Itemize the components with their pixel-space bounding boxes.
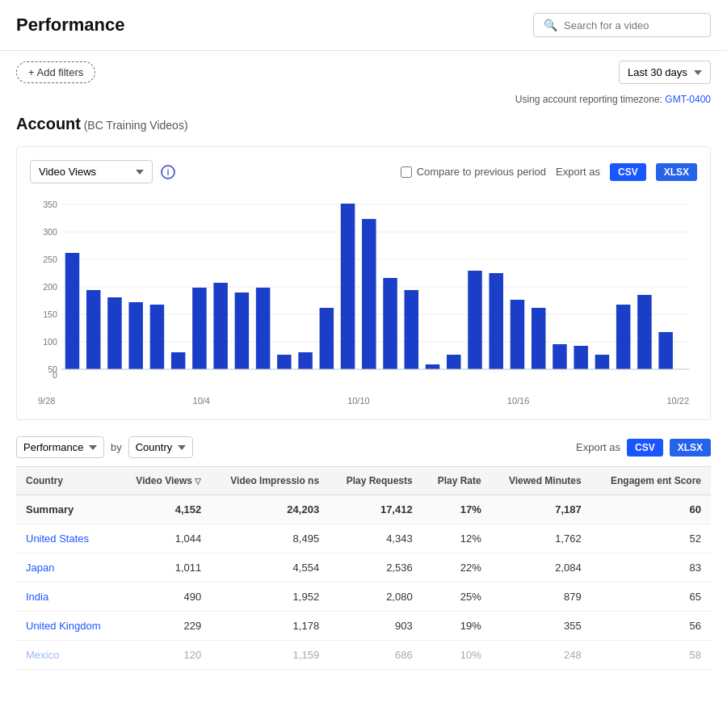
svg-rect-38 xyxy=(553,344,566,369)
us-play-requests: 4,343 xyxy=(329,524,422,553)
svg-rect-33 xyxy=(447,355,460,369)
svg-text:200: 200 xyxy=(43,282,57,292)
svg-rect-19 xyxy=(150,305,164,369)
table-left-controls: Performance Engagement by Country Device… xyxy=(16,436,193,458)
compare-checkbox[interactable] xyxy=(401,166,412,178)
by-label: by xyxy=(111,441,122,453)
account-title: Account xyxy=(16,115,81,133)
svg-rect-41 xyxy=(616,305,630,369)
col-video-views[interactable]: Video Views ▽ xyxy=(119,467,211,495)
in-video-impressions: 1,952 xyxy=(211,583,329,612)
x-label-4: 10/22 xyxy=(666,396,689,406)
in-viewed-minutes: 879 xyxy=(491,583,591,612)
country-link-in[interactable]: India xyxy=(26,591,48,603)
table-export-xlsx-button[interactable]: XLSX xyxy=(670,439,711,457)
info-icon[interactable]: i xyxy=(161,165,175,179)
table-section: Performance Engagement by Country Device… xyxy=(16,436,711,670)
compare-label[interactable]: Compare to previous period xyxy=(401,166,546,178)
table-export-csv-button[interactable]: CSV xyxy=(627,439,663,457)
table-row: United States 1,044 8,495 4,343 12% 1,76… xyxy=(16,524,711,553)
svg-text:350: 350 xyxy=(43,200,57,209)
mx-play-rate: 10% xyxy=(422,641,491,670)
timezone-bar: Using account reporting timezone: GMT-04… xyxy=(0,94,727,112)
data-table: Country Video Views ▽ Video Impressio ns… xyxy=(16,466,711,670)
uk-video-impressions: 1,178 xyxy=(211,612,329,641)
chart-export-xlsx-button[interactable]: XLSX xyxy=(656,163,697,181)
chart-right-controls: Compare to previous period Export as CSV… xyxy=(401,163,697,181)
jp-play-requests: 2,536 xyxy=(329,553,422,583)
uk-play-requests: 903 xyxy=(329,612,422,641)
us-video-impressions: 8,495 xyxy=(211,524,329,553)
summary-engagement-score: 60 xyxy=(591,495,711,524)
svg-text:300: 300 xyxy=(43,227,57,237)
jp-video-impressions: 4,554 xyxy=(211,553,329,583)
x-axis-labels: 9/28 10/4 10/10 10/16 10/22 xyxy=(30,396,697,406)
mx-viewed-minutes: 248 xyxy=(491,641,591,670)
add-filters-button[interactable]: + Add filters xyxy=(16,61,95,83)
svg-rect-20 xyxy=(171,352,185,369)
x-label-3: 10/16 xyxy=(507,396,530,406)
chart-container: Video Views Video Impressions Play Reque… xyxy=(16,146,711,420)
table-header: Country Video Views ▽ Video Impressio ns… xyxy=(16,467,711,495)
svg-rect-26 xyxy=(298,352,312,369)
chart-export-csv-button[interactable]: CSV xyxy=(610,163,646,181)
summary-play-requests: 17,412 xyxy=(329,495,422,524)
search-input[interactable] xyxy=(564,19,700,32)
jp-play-rate: 22% xyxy=(422,553,491,583)
account-section: Account (BC Training Videos) xyxy=(0,112,727,146)
svg-rect-28 xyxy=(341,204,355,369)
svg-rect-15 xyxy=(65,253,79,369)
summary-video-impressions: 24,203 xyxy=(211,495,329,524)
account-subtitle: (BC Training Videos) xyxy=(84,119,188,132)
country-link-mx[interactable]: Mexico xyxy=(26,649,59,661)
col-engagement-score: Engagem ent Score xyxy=(591,467,711,495)
us-engagement-score: 52 xyxy=(591,524,711,553)
svg-rect-37 xyxy=(532,308,545,369)
uk-viewed-minutes: 355 xyxy=(491,612,591,641)
jp-video-views: 1,011 xyxy=(119,553,211,583)
timezone-link[interactable]: GMT-0400 xyxy=(665,94,711,105)
svg-rect-27 xyxy=(320,308,334,369)
date-range-select[interactable]: Last 30 days Last 7 days Last 90 days Cu… xyxy=(619,61,711,84)
mx-video-views: 120 xyxy=(119,641,211,670)
svg-rect-39 xyxy=(574,346,587,369)
search-box[interactable]: 🔍 xyxy=(533,13,711,37)
svg-rect-31 xyxy=(405,290,418,369)
country-link-us[interactable]: United States xyxy=(26,532,89,545)
us-play-rate: 12% xyxy=(422,524,491,553)
svg-rect-40 xyxy=(595,355,609,369)
bar-chart: 350 300 250 200 150 100 50 0 xyxy=(30,196,697,406)
country-link-uk[interactable]: United Kingdom xyxy=(26,620,101,632)
svg-rect-22 xyxy=(213,283,227,369)
svg-rect-25 xyxy=(277,355,291,369)
table-row: United Kingdom 229 1,178 903 19% 355 56 xyxy=(16,612,711,641)
summary-viewed-minutes: 7,187 xyxy=(491,495,591,524)
uk-play-rate: 19% xyxy=(422,612,491,641)
table-performance-select[interactable]: Performance Engagement xyxy=(16,436,104,458)
svg-text:0: 0 xyxy=(53,370,57,380)
bar-chart-svg: 350 300 250 200 150 100 50 0 xyxy=(30,196,697,390)
x-label-1: 10/4 xyxy=(193,396,210,406)
uk-engagement-score: 56 xyxy=(591,612,711,641)
svg-rect-21 xyxy=(192,288,206,369)
svg-rect-34 xyxy=(468,271,481,369)
metric-select[interactable]: Video Views Video Impressions Play Reque… xyxy=(30,160,153,183)
summary-play-rate: 17% xyxy=(422,495,491,524)
in-play-requests: 2,080 xyxy=(329,583,422,612)
x-label-2: 10/10 xyxy=(347,396,370,406)
svg-rect-17 xyxy=(107,297,121,369)
toolbar: + Add filters Last 30 days Last 7 days L… xyxy=(0,51,727,94)
page-title: Performance xyxy=(16,15,125,36)
table-dimension-select[interactable]: Country Device Video xyxy=(128,436,193,458)
col-play-rate: Play Rate xyxy=(422,467,491,495)
svg-rect-30 xyxy=(383,278,397,369)
svg-rect-32 xyxy=(426,364,439,369)
table-export-label: Export as xyxy=(576,441,620,453)
summary-row: Summary 4,152 24,203 17,412 17% 7,187 60 xyxy=(16,495,711,524)
us-video-views: 1,044 xyxy=(119,524,211,553)
col-country: Country xyxy=(16,467,119,495)
table-toolbar: Performance Engagement by Country Device… xyxy=(16,436,711,458)
col-play-requests: Play Requests xyxy=(329,467,422,495)
summary-label: Summary xyxy=(16,495,119,524)
country-link-jp[interactable]: Japan xyxy=(26,562,54,574)
